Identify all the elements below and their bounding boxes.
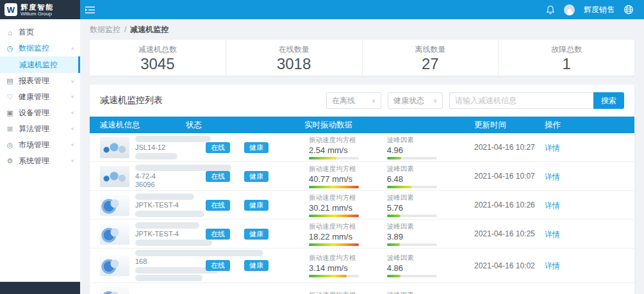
crest-label: 波峰因素 xyxy=(387,165,474,174)
health-badge: 健康 xyxy=(244,260,268,271)
brand-name-en: Witium Group xyxy=(21,11,54,17)
data-monitor-icon: ◷ xyxy=(6,44,14,53)
chevron-down-icon: ∨ xyxy=(70,111,74,115)
table-row: JSL14-12 在线 健康 振动速度均方根 2.54 mm/s xyxy=(90,133,634,162)
crest-value: 3.89 xyxy=(387,232,474,241)
crest-label: 波峰因素 xyxy=(387,193,474,202)
sidebar-item-system[interactable]: ⚙ 系统管理 ∨ xyxy=(0,153,80,169)
rms-value: 3.14 mm/s xyxy=(309,263,387,273)
sidebar-item-algorithm[interactable]: ⊞ 算法管理 ∨ xyxy=(0,121,80,137)
detail-link[interactable]: 详情 xyxy=(545,201,560,210)
table-header: 减速机信息 状态 实时振动数据 更新时间 操作 xyxy=(90,117,634,133)
list-title: 减速机监控列表 xyxy=(100,95,163,106)
sidebar-item-market[interactable]: ◎ 市场管理 ∨ xyxy=(0,137,80,153)
crest-value: 4.96 xyxy=(387,145,474,155)
rms-label: 振动速度均方根 xyxy=(309,222,387,231)
redacted-text xyxy=(135,275,202,281)
system-icon: ⚙ xyxy=(6,157,14,165)
redacted-text xyxy=(135,240,212,246)
rms-bar xyxy=(309,157,359,159)
rms-label: 振动速度均方根 xyxy=(309,291,387,294)
crest-bar xyxy=(387,275,437,277)
sidebar-item-home[interactable]: ⌂ 首页 xyxy=(0,24,80,40)
report-icon: ▤ xyxy=(6,77,14,85)
chevron-down-icon: ∨ xyxy=(70,127,74,131)
status-badge: 在线 xyxy=(206,260,230,271)
detail-link[interactable]: 详情 xyxy=(545,230,560,239)
brand-logo-mark: W xyxy=(4,3,17,16)
health-badge: 健康 xyxy=(244,142,268,153)
stat-offline: 离线数量 27 xyxy=(363,40,499,76)
topbar: 辉度销售 xyxy=(80,0,644,19)
redacted-text xyxy=(135,211,204,217)
algorithm-icon: ⊞ xyxy=(6,125,14,133)
redacted-text xyxy=(135,165,231,171)
table-row: 4-72-4 36096 在线 健康 振动速度均方根 40.77 mm/s xyxy=(90,162,634,191)
table-row: 振动速度均方根 波峰因素 xyxy=(90,283,634,294)
health-filter-select[interactable]: 健康状态 ∨ xyxy=(388,92,443,109)
table-row: 168 在线 健康 振动速度均方根 3.14 mm/s xyxy=(90,249,634,283)
crest-bar xyxy=(387,243,437,246)
chevron-up-icon: ∧ xyxy=(70,46,74,51)
monitor-list-card: 减速机监控列表 在离线 ∨ 健康状态 ∨ 搜索 xyxy=(90,85,634,294)
globe-icon[interactable] xyxy=(623,4,634,15)
user-menu[interactable] xyxy=(564,4,575,15)
detail-link[interactable]: 详情 xyxy=(545,172,560,181)
sidebar-item-health[interactable]: ♡ 健康管理 ∨ xyxy=(0,89,80,105)
detail-link[interactable]: 详情 xyxy=(545,143,560,152)
market-icon: ◎ xyxy=(6,141,14,149)
sidebar-item-device[interactable]: ▣ 设备管理 ∨ xyxy=(0,105,80,121)
brand-name-cn: 辉度智能 xyxy=(21,3,54,11)
device-thumbnail xyxy=(100,166,129,187)
chevron-down-icon: ∨ xyxy=(70,95,74,99)
rms-label: 振动速度均方根 xyxy=(309,136,387,145)
rms-value: 2.54 mm/s xyxy=(309,145,387,155)
status-badge: 在线 xyxy=(206,142,230,153)
rms-bar xyxy=(309,186,359,188)
detail-link[interactable]: 详情 xyxy=(545,261,560,270)
search-input[interactable] xyxy=(449,92,593,109)
crest-bar xyxy=(387,186,437,188)
updated-time: 2021-04-16 10:27 xyxy=(474,143,545,152)
rms-value: 40.77 mm/s xyxy=(309,174,387,184)
crest-value: 6.48 xyxy=(387,174,474,184)
sidebar-item-report[interactable]: ▤ 报表管理 ∨ xyxy=(0,73,80,89)
device-icon: ▣ xyxy=(6,109,14,117)
sidebar: W 辉度智能 Witium Group ⌂ 首页 ◷ 数据监控 ∧ 减速机监控 … xyxy=(0,0,80,294)
search-button[interactable]: 搜索 xyxy=(593,92,624,109)
rms-label: 振动速度均方根 xyxy=(309,254,387,263)
updated-time: 2021-04-16 10:25 xyxy=(474,229,545,238)
breadcrumb-parent[interactable]: 数据监控 xyxy=(90,24,120,35)
sidebar-item-reducer-monitor[interactable]: 减速机监控 xyxy=(0,56,80,73)
app-window: W 辉度智能 Witium Group ⌂ 首页 ◷ 数据监控 ∧ 减速机监控 … xyxy=(0,0,644,294)
stat-online: 在线数量 3018 xyxy=(226,40,363,76)
updated-time: 2021-04-16 10:02 xyxy=(474,261,545,270)
rms-bar xyxy=(309,215,359,217)
online-filter-select[interactable]: 在离线 ∨ xyxy=(326,92,381,109)
redacted-text xyxy=(135,136,211,142)
health-icon: ♡ xyxy=(6,93,14,101)
brand-logo: W 辉度智能 Witium Group xyxy=(0,0,80,19)
updated-time: 2021-04-16 10:26 xyxy=(474,200,545,209)
health-badge: 健康 xyxy=(244,171,268,182)
breadcrumb-current: 减速机监控 xyxy=(130,24,169,35)
rms-bar xyxy=(309,275,359,277)
crest-value: 4.86 xyxy=(387,263,474,273)
status-badge: 在线 xyxy=(206,171,230,182)
rms-label: 振动速度均方根 xyxy=(309,165,387,174)
user-name[interactable]: 辉度销售 xyxy=(584,4,615,15)
device-thumbnail xyxy=(100,255,129,276)
sidebar-menu: ⌂ 首页 ◷ 数据监控 ∧ 减速机监控 ▤ 报表管理 ∨ ♡ 健康管理 ∨ xyxy=(0,19,80,282)
table-row: JPTK-TEST-4 在线 健康 振动速度均方根 18.22 mm/s xyxy=(90,220,634,249)
device-thumbnail xyxy=(100,137,129,158)
status-badge: 在线 xyxy=(206,229,230,240)
rms-value: 30.21 mm/s xyxy=(309,203,387,213)
stats-summary: 减速机总数 3045 在线数量 3018 离线数量 27 故障总数 1 xyxy=(90,40,634,76)
sidebar-item-data-monitor[interactable]: ◷ 数据监控 ∧ xyxy=(0,40,80,56)
collapse-menu-icon[interactable] xyxy=(85,6,95,14)
crest-label: 波峰因素 xyxy=(387,291,474,294)
device-thumbnail xyxy=(100,224,129,245)
health-badge: 健康 xyxy=(244,229,268,240)
updated-time: 2021-04-16 10:07 xyxy=(474,172,545,181)
bell-icon[interactable] xyxy=(546,5,555,15)
